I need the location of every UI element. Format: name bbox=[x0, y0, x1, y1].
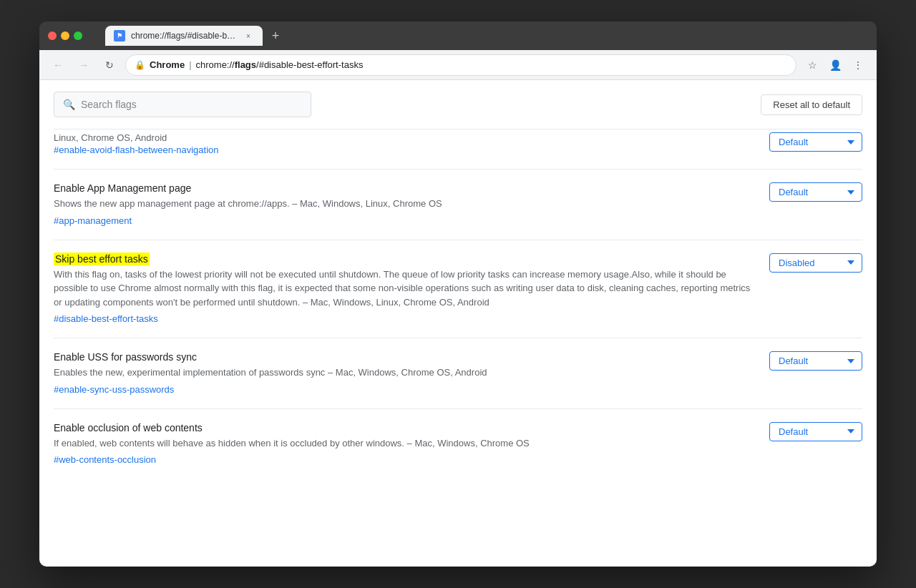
tab-close-button[interactable]: × bbox=[243, 30, 254, 41]
forward-icon: → bbox=[79, 59, 89, 71]
traffic-lights bbox=[48, 31, 82, 40]
flag-name: Enable USS for passwords sync bbox=[54, 351, 758, 363]
partial-flag-select[interactable]: Default Enabled Disabled bbox=[769, 132, 862, 152]
tab-bar: ⚑ chrome://flags/#disable-best-... × + bbox=[97, 26, 294, 46]
flag-item: Enable occlusion of web contents If enab… bbox=[54, 408, 862, 479]
search-box[interactable]: 🔍 Search flags bbox=[54, 92, 311, 117]
flag-item-highlighted: Skip best effort tasks With this flag on… bbox=[54, 240, 862, 338]
toolbar-actions: ☆ 👤 ⋮ bbox=[802, 55, 868, 75]
flag-description: With this flag on, tasks of the lowest p… bbox=[54, 268, 758, 310]
content-area: 🔍 Search flags Reset all to default Linu… bbox=[39, 80, 877, 567]
new-tab-button[interactable]: + bbox=[265, 26, 286, 46]
partial-flag-row: Linux, Chrome OS, Android #enable-avoid-… bbox=[54, 129, 862, 169]
reload-button[interactable]: ↻ bbox=[99, 55, 120, 75]
bookmark-icon: ☆ bbox=[808, 59, 817, 71]
flag-content: Skip best effort tasks With this flag on… bbox=[54, 253, 758, 325]
secure-icon: 🔒 bbox=[135, 60, 145, 70]
flag-select[interactable]: Default Enabled Disabled bbox=[769, 182, 862, 202]
title-bar: ⚑ chrome://flags/#disable-best-... × + bbox=[39, 21, 877, 50]
url-separator: | bbox=[189, 59, 191, 70]
account-button[interactable]: 👤 bbox=[825, 55, 845, 75]
forward-button[interactable]: → bbox=[74, 55, 94, 75]
tab-title: chrome://flags/#disable-best-... bbox=[131, 31, 237, 41]
flag-link[interactable]: #web-contents-occlusion bbox=[54, 454, 156, 465]
flag-description: Enables the new, experimental implementa… bbox=[54, 366, 758, 380]
menu-button[interactable]: ⋮ bbox=[848, 55, 868, 75]
highlighted-text: Skip best effort tasks bbox=[54, 253, 150, 265]
flag-content: Enable USS for passwords sync Enables th… bbox=[54, 351, 758, 396]
flag-name-highlighted: Skip best effort tasks bbox=[54, 253, 758, 265]
back-icon: ← bbox=[53, 59, 63, 71]
partial-flag-link[interactable]: #enable-avoid-flash-between-navigation bbox=[54, 144, 219, 155]
partial-platforms: Linux, Chrome OS, Android bbox=[54, 132, 758, 143]
toolbar: ← → ↻ 🔒 Chrome | chrome://flags/#disable… bbox=[39, 50, 877, 80]
browser-window: ⚑ chrome://flags/#disable-best-... × + ←… bbox=[39, 21, 877, 567]
flag-item: Enable App Management page Shows the new… bbox=[54, 169, 862, 240]
minimize-window-button[interactable] bbox=[61, 31, 69, 40]
account-icon: 👤 bbox=[829, 59, 842, 71]
flag-control[interactable]: Default Enabled Disabled bbox=[769, 253, 862, 273]
back-button[interactable]: ← bbox=[48, 55, 68, 75]
chrome-label: Chrome bbox=[150, 59, 185, 70]
flag-link[interactable]: #enable-sync-uss-passwords bbox=[54, 384, 174, 395]
active-tab[interactable]: ⚑ chrome://flags/#disable-best-... × bbox=[105, 26, 263, 46]
flag-select[interactable]: Default Enabled Disabled bbox=[769, 253, 862, 273]
partial-flag-control[interactable]: Default Enabled Disabled bbox=[769, 132, 862, 152]
reload-icon: ↻ bbox=[105, 59, 114, 71]
url-text: chrome://flags/#disable-best-effort-task… bbox=[196, 59, 364, 70]
flag-name: Enable App Management page bbox=[54, 182, 758, 194]
flag-name: Enable occlusion of web contents bbox=[54, 422, 758, 433]
flag-item: Enable USS for passwords sync Enables th… bbox=[54, 338, 862, 408]
flag-control[interactable]: Default Enabled Disabled bbox=[769, 422, 862, 441]
partial-flag-content: Linux, Chrome OS, Android #enable-avoid-… bbox=[54, 132, 758, 156]
reset-all-button[interactable]: Reset all to default bbox=[761, 94, 862, 115]
flag-control[interactable]: Default Enabled Disabled bbox=[769, 351, 862, 371]
menu-icon: ⋮ bbox=[853, 59, 863, 71]
flag-description: If enabled, web contents will behave as … bbox=[54, 436, 758, 451]
tab-favicon: ⚑ bbox=[114, 30, 125, 41]
address-bar[interactable]: 🔒 Chrome | chrome://flags/#disable-best-… bbox=[125, 54, 796, 76]
flag-description: Shows the new app management page at chr… bbox=[54, 197, 758, 211]
flags-header: 🔍 Search flags Reset all to default bbox=[39, 92, 877, 129]
close-window-button[interactable] bbox=[48, 31, 57, 40]
flag-select[interactable]: Default Enabled Disabled bbox=[769, 422, 862, 441]
search-placeholder: Search flags bbox=[81, 99, 137, 110]
flag-select[interactable]: Default Enabled Disabled bbox=[769, 351, 862, 371]
bookmark-button[interactable]: ☆ bbox=[802, 55, 822, 75]
search-icon: 🔍 bbox=[63, 99, 75, 110]
flags-list: Linux, Chrome OS, Android #enable-avoid-… bbox=[39, 129, 877, 479]
flag-content: Enable App Management page Shows the new… bbox=[54, 182, 758, 227]
flag-control[interactable]: Default Enabled Disabled bbox=[769, 182, 862, 202]
maximize-window-button[interactable] bbox=[74, 31, 82, 40]
flag-content: Enable occlusion of web contents If enab… bbox=[54, 422, 758, 466]
flag-link[interactable]: #app-management bbox=[54, 215, 132, 226]
flag-link[interactable]: #disable-best-effort-tasks bbox=[54, 313, 158, 324]
